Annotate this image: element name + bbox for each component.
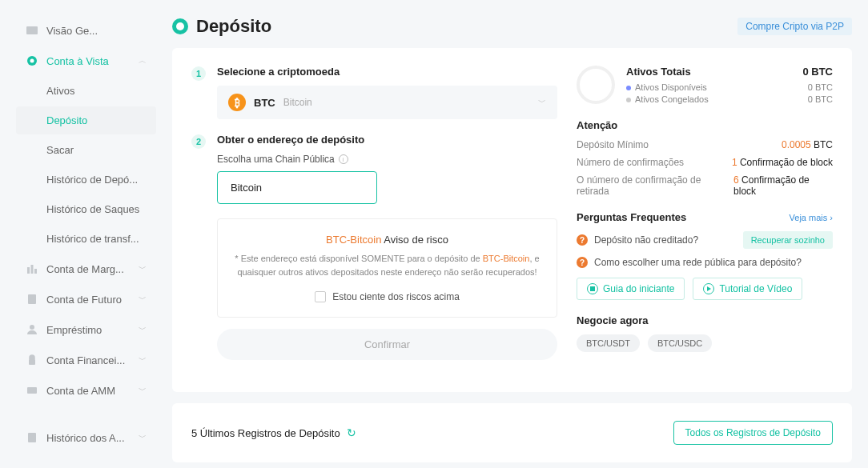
sidebar-margin[interactable]: Conta de Marg... ﹀ bbox=[16, 254, 156, 283]
confirm-button[interactable]: Confirmar bbox=[217, 329, 557, 360]
faq-q2[interactable]: Como escolher uma rede pública para depó… bbox=[594, 257, 802, 268]
sidebar-label: Histórico dos A... bbox=[46, 432, 131, 444]
faq-title: Perguntas Frequentes bbox=[577, 211, 686, 223]
page-title: Depósito bbox=[196, 16, 271, 37]
sidebar-assets[interactable]: Ativos bbox=[16, 77, 156, 105]
chevron-down-icon: ﹀ bbox=[139, 294, 147, 305]
question-icon: ? bbox=[577, 257, 588, 268]
sidebar-label: Conta de AMM bbox=[46, 385, 131, 397]
faq-q1[interactable]: Depósito não creditado? bbox=[594, 234, 698, 246]
coin-code: BTC bbox=[254, 97, 275, 109]
spot-account-icon bbox=[26, 54, 38, 67]
step-number-1: 1 bbox=[191, 66, 206, 81]
svg-point-7 bbox=[30, 325, 34, 330]
sidebar-label: Conta à Vista bbox=[46, 55, 131, 67]
withdraw-conf-value: 6 Confirmação de block bbox=[733, 174, 833, 197]
sidebar-finance[interactable]: Conta Financei... ﹀ bbox=[16, 346, 156, 374]
beginner-guide-button[interactable]: Guia do iniciante bbox=[577, 278, 685, 300]
finance-icon bbox=[26, 354, 38, 366]
question-icon: ? bbox=[577, 234, 588, 246]
sidebar-transfer-history[interactable]: Histórico de transf... bbox=[16, 225, 156, 253]
risk-warning-box: BTC-Bitcoin Aviso de risco * Este endere… bbox=[217, 218, 557, 318]
chain-option-bitcoin[interactable]: Bitcoin bbox=[217, 171, 377, 204]
trade-pair-btcusdt[interactable]: BTC/USDT bbox=[577, 334, 640, 352]
frozen-assets-value: 0 BTC bbox=[808, 94, 833, 104]
chevron-down-icon: ﹀ bbox=[538, 97, 546, 108]
chevron-down-icon: ﹀ bbox=[139, 324, 147, 335]
chain-label: Escolha uma Chain Pública i bbox=[217, 154, 557, 165]
svg-rect-6 bbox=[28, 294, 36, 304]
sidebar-spot-account[interactable]: Conta à Vista ︿ bbox=[16, 46, 156, 75]
total-assets-value: 0 BTC bbox=[802, 66, 833, 78]
min-deposit-label: Depósito Mínimo bbox=[577, 139, 649, 150]
svg-rect-8 bbox=[29, 359, 35, 365]
svg-rect-9 bbox=[27, 387, 37, 394]
loan-icon bbox=[26, 323, 38, 336]
withdraw-conf-label: O número de confirmação de retirada bbox=[577, 174, 733, 197]
bitcoin-icon: ₿ bbox=[228, 94, 246, 111]
refresh-icon[interactable]: ↻ bbox=[347, 426, 356, 439]
risk-checkbox[interactable] bbox=[315, 291, 326, 302]
confirmations-value: 1 Confirmação de block bbox=[732, 157, 833, 168]
trade-pair-btcusdc[interactable]: BTC/USDC bbox=[648, 334, 712, 352]
svg-rect-0 bbox=[26, 26, 38, 34]
info-icon[interactable]: i bbox=[339, 154, 348, 164]
checkbox-label: Estou ciente dos riscos acima bbox=[332, 291, 460, 302]
svg-rect-10 bbox=[28, 433, 36, 442]
attention-title: Atenção bbox=[577, 119, 833, 131]
sidebar-deposit-history[interactable]: Histórico de Depó... bbox=[16, 166, 156, 194]
deposit-icon bbox=[172, 18, 188, 34]
sidebar-deposit[interactable]: Depósito bbox=[16, 106, 156, 134]
chevron-down-icon: ﹀ bbox=[139, 432, 147, 443]
total-assets-label: Ativos Totais bbox=[626, 66, 691, 78]
sidebar-label: Conta Financei... bbox=[46, 354, 131, 366]
svg-rect-3 bbox=[27, 267, 30, 274]
sidebar-label: Depósito bbox=[46, 114, 147, 126]
sidebar-withdraw-history[interactable]: Histórico de Saques bbox=[16, 195, 156, 223]
p2p-link[interactable]: Compre Cripto via P2P bbox=[737, 18, 852, 35]
sidebar-label: Conta de Marg... bbox=[46, 263, 131, 275]
sidebar-account-history[interactable]: Histórico dos A... ﹀ bbox=[16, 423, 156, 452]
play-icon bbox=[703, 283, 714, 294]
sidebar-label: Empréstimo bbox=[46, 324, 131, 336]
available-assets-value: 0 BTC bbox=[808, 82, 833, 92]
svg-point-2 bbox=[30, 59, 34, 63]
guide-icon bbox=[587, 283, 598, 294]
chevron-up-icon: ︿ bbox=[139, 55, 147, 66]
step1-title: Selecione a criptomoeda bbox=[217, 66, 557, 78]
coin-name: Bitcoin bbox=[283, 97, 312, 108]
sidebar-futures[interactable]: Conta de Futuro ﹀ bbox=[16, 285, 156, 314]
sidebar-label: Conta de Futuro bbox=[46, 294, 131, 306]
step-number-2: 2 bbox=[191, 134, 206, 149]
svg-rect-5 bbox=[34, 269, 37, 274]
history-title: 5 Últimos Registros de Depósito bbox=[191, 427, 340, 439]
all-records-button[interactable]: Todos os Registros de Depósito bbox=[673, 421, 833, 445]
video-tutorial-button[interactable]: Tutorial de Vídeo bbox=[693, 278, 802, 300]
crypto-select[interactable]: ₿ BTC Bitcoin ﹀ bbox=[217, 86, 557, 119]
risk-checkbox-row[interactable]: Estou ciente dos riscos acima bbox=[234, 291, 540, 302]
sidebar-label: Histórico de Depó... bbox=[46, 174, 147, 186]
risk-title: BTC-Bitcoin Aviso de risco bbox=[234, 234, 540, 246]
page-header: Depósito Compre Cripto via P2P bbox=[172, 16, 852, 37]
amm-icon bbox=[26, 384, 38, 397]
risk-text: * Este endereço está disponível SOMENTE … bbox=[234, 252, 540, 278]
sidebar-label: Ativos bbox=[46, 85, 147, 97]
sidebar-loan[interactable]: Empréstimo ﹀ bbox=[16, 315, 156, 344]
chevron-down-icon: ﹀ bbox=[139, 354, 147, 366]
sidebar-overview[interactable]: Visão Ge... bbox=[16, 16, 156, 45]
sidebar-amm[interactable]: Conta de AMM ﹀ bbox=[16, 376, 156, 405]
sidebar-withdraw[interactable]: Sacar bbox=[16, 136, 156, 164]
chevron-down-icon: ﹀ bbox=[139, 263, 147, 274]
recover-button[interactable]: Recuperar sozinho bbox=[743, 231, 833, 249]
sidebar-label: Visão Ge... bbox=[46, 25, 147, 37]
svg-rect-11 bbox=[590, 286, 595, 291]
sidebar-label: Histórico de Saques bbox=[46, 203, 147, 215]
confirmations-label: Número de confirmações bbox=[577, 157, 684, 168]
available-assets-label: Ativos Disponíveis bbox=[626, 82, 707, 92]
asset-avatar bbox=[577, 66, 615, 104]
overview-icon bbox=[26, 24, 38, 37]
faq-see-more-link[interactable]: Veja mais › bbox=[790, 213, 833, 222]
history-icon bbox=[26, 431, 38, 444]
min-deposit-value: 0.0005 BTC bbox=[782, 139, 833, 150]
frozen-assets-label: Ativos Congelados bbox=[626, 94, 709, 104]
